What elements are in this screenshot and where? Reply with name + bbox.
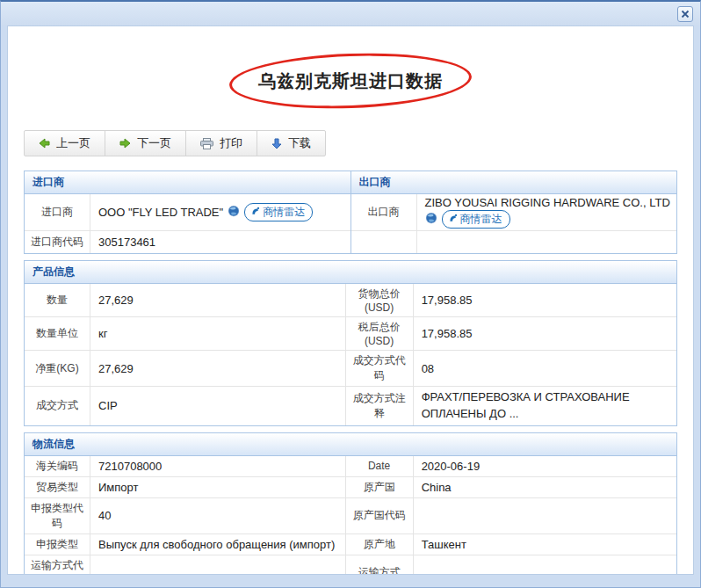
radar-icon — [448, 214, 458, 226]
field-label: 运输方式 — [346, 555, 414, 575]
importer-code-value: 305173461 — [90, 230, 350, 253]
field-label: 运输方式代码 — [25, 555, 90, 575]
field-label: 成交方式 — [25, 386, 90, 425]
importer-section: 进口商 进口商 OOO "FLY LED TRADE" — [24, 171, 350, 254]
radar-badge[interactable]: 商情雷达 — [442, 210, 510, 229]
field-value: 08 — [414, 350, 676, 386]
toolbar: 上一页 下一页 打印 — [24, 130, 326, 156]
field-value — [414, 555, 676, 575]
field-label: 数量单位 — [25, 316, 90, 350]
prev-page-button[interactable]: 上一页 — [24, 130, 105, 156]
printer-icon — [200, 138, 213, 149]
field-value: Выпуск для свободного обращения (импорт) — [90, 534, 346, 555]
arrow-left-icon — [39, 138, 50, 149]
field-value: Импорт — [90, 476, 346, 497]
field-label: 数量 — [25, 284, 90, 316]
field-value: 7210708000 — [90, 456, 346, 476]
field-label: 原产地 — [346, 534, 414, 555]
dialog-content: 乌兹别克斯坦进口数据 上一页 下一页 — [7, 25, 694, 575]
field-value: 40 — [90, 497, 346, 534]
globe-icon[interactable] — [425, 212, 437, 227]
logistics-info-header: 物流信息 — [25, 433, 676, 456]
radar-badge-label: 商情雷达 — [263, 205, 305, 220]
field-value: ФРАХТ/ПЕРЕВОЗКА И СТРАХОВАНИЕ ОПЛАЧЕНЫ Д… — [414, 386, 676, 425]
next-page-button[interactable]: 下一页 — [105, 130, 186, 156]
field-value: 27,629 — [90, 284, 346, 316]
field-value — [90, 555, 346, 575]
field-label: 成交方式代码 — [346, 350, 414, 386]
field-value: CIP — [90, 386, 346, 425]
field-label: 净重(KG) — [25, 350, 90, 386]
next-page-label: 下一页 — [137, 135, 171, 151]
sections: 进口商 进口商 OOO "FLY LED TRADE" — [24, 171, 677, 575]
importer-code-label: 进口商代码 — [25, 230, 90, 253]
field-label: 海关编码 — [25, 456, 90, 476]
field-value — [414, 497, 676, 534]
field-label: Date — [346, 456, 414, 476]
field-label: 贸易类型 — [25, 476, 90, 497]
field-label: 原产国代码 — [346, 497, 414, 534]
globe-icon[interactable] — [228, 205, 240, 220]
exporter-name: ZIBO YOUSAI RIGGING HARDWARE CO., LTD — [425, 196, 670, 209]
product-info-header: 产品信息 — [25, 261, 676, 284]
field-value: 27,629 — [90, 350, 346, 386]
title-area: 乌兹别克斯坦进口数据 — [8, 53, 693, 109]
field-value: 17,958.85 — [414, 316, 676, 350]
importer-header: 进口商 — [25, 171, 350, 194]
field-value: 17,958.85 — [414, 284, 676, 316]
radar-badge[interactable]: 商情雷达 — [244, 203, 313, 221]
exporter-name-label: 出口商 — [351, 194, 417, 230]
dialog-titlebar — [1, 2, 700, 25]
importer-name-label: 进口商 — [25, 194, 90, 230]
field-label: 税后总价(USD) — [346, 316, 414, 350]
field-value: Ташкент — [414, 534, 676, 555]
close-icon — [681, 6, 690, 22]
field-value: 2020-06-19 — [414, 456, 676, 476]
field-value: кг — [90, 316, 346, 350]
print-button[interactable]: 打印 — [185, 130, 257, 156]
exporter-code-label — [351, 230, 417, 253]
exporter-header: 出口商 — [351, 171, 677, 194]
radar-badge-label: 商情雷达 — [460, 212, 502, 227]
page-title: 乌兹别克斯坦进口数据 — [258, 69, 443, 93]
dialog-window: 乌兹别克斯坦进口数据 上一页 下一页 — [0, 0, 701, 588]
radar-icon — [250, 207, 260, 219]
download-button[interactable]: 下载 — [257, 130, 326, 156]
print-label: 打印 — [220, 135, 242, 151]
field-label: 申报类型代码 — [25, 497, 90, 534]
close-button[interactable] — [677, 6, 693, 22]
field-label: 原产国 — [346, 476, 414, 497]
exporter-section: 出口商 出口商 ZIBO YOUSAI RIGGING HARDWARE CO.… — [350, 171, 678, 254]
field-label: 申报类型 — [25, 534, 90, 555]
exporter-code-value — [417, 230, 677, 253]
prev-page-label: 上一页 — [56, 135, 90, 151]
logistics-info-section: 物流信息 海关编码 7210708000 Date 2020-06-19 贸易类… — [24, 432, 677, 575]
field-label: 货物总价(USD) — [346, 284, 414, 316]
arrow-right-icon — [119, 138, 131, 149]
field-value: China — [414, 476, 676, 497]
importer-name: OOO "FLY LED TRADE" — [98, 206, 223, 219]
product-info-section: 产品信息 数量 27,629 货物总价(USD) 17,958.85 数量单位 … — [24, 260, 677, 426]
download-label: 下载 — [288, 135, 311, 151]
arrow-down-icon — [271, 138, 282, 149]
field-label: 成交方式注释 — [346, 386, 414, 425]
